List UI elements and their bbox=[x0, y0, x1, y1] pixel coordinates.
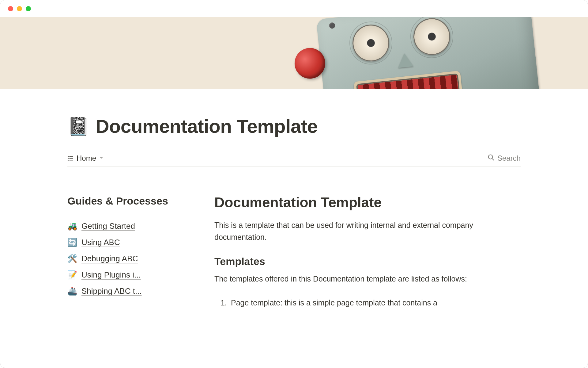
cover-image[interactable] bbox=[0, 17, 588, 89]
sidebar-item-label: Using ABC bbox=[81, 238, 120, 247]
ship-icon: 🚢 bbox=[67, 286, 77, 296]
search-label: Search bbox=[497, 154, 521, 163]
page-icon[interactable]: 📓 bbox=[67, 117, 89, 135]
sidebar-item-getting-started[interactable]: 🚜 Getting Started bbox=[67, 221, 184, 231]
svg-rect-5 bbox=[69, 160, 73, 160]
sidebar-item-shipping-abc[interactable]: 🚢 Shipping ABC t... bbox=[67, 286, 184, 296]
article-title[interactable]: Documentation Template bbox=[214, 194, 521, 211]
tools-icon: 🛠️ bbox=[67, 254, 77, 263]
maximize-window-button[interactable] bbox=[26, 6, 31, 11]
memo-icon: 📝 bbox=[67, 270, 77, 280]
app-window: 📓 Documentation Template Home Search bbox=[0, 0, 588, 368]
page-title[interactable]: Documentation Template bbox=[96, 115, 318, 137]
sidebar-divider bbox=[67, 212, 184, 212]
sidebar-list: 🚜 Getting Started 🔄 Using ABC 🛠️ Debuggi… bbox=[67, 221, 184, 296]
svg-point-4 bbox=[68, 160, 69, 161]
svg-rect-1 bbox=[69, 156, 73, 157]
sidebar-item-label: Debugging ABC bbox=[81, 254, 138, 263]
page-header: 📓 Documentation Template bbox=[67, 89, 521, 137]
search-icon bbox=[488, 154, 494, 163]
sidebar-item-using-plugins[interactable]: 📝 Using Plugins i... bbox=[67, 270, 184, 280]
search-button[interactable]: Search bbox=[488, 154, 521, 163]
close-window-button[interactable] bbox=[8, 6, 13, 11]
templates-list: Page template: this is a simple page tem… bbox=[214, 297, 521, 309]
list-view-icon bbox=[67, 155, 74, 161]
list-item[interactable]: Page template: this is a simple page tem… bbox=[229, 297, 521, 309]
view-toolbar: Home Search bbox=[67, 154, 521, 167]
svg-rect-3 bbox=[69, 158, 73, 159]
sidebar: Guides & Processes 🚜 Getting Started 🔄 U… bbox=[67, 194, 184, 309]
window-titlebar bbox=[0, 0, 588, 17]
sidebar-item-label: Using Plugins i... bbox=[81, 270, 141, 280]
section-heading-templates[interactable]: Templates bbox=[214, 255, 521, 267]
minimize-window-button[interactable] bbox=[17, 6, 22, 11]
sidebar-item-label: Shipping ABC t... bbox=[81, 286, 142, 296]
svg-line-7 bbox=[492, 159, 494, 160]
svg-point-0 bbox=[68, 156, 69, 157]
chevron-down-icon bbox=[99, 155, 104, 162]
section-intro[interactable]: The templates offered in this Documentat… bbox=[214, 273, 514, 285]
view-name: Home bbox=[77, 154, 96, 163]
cover-illustration-robot bbox=[316, 17, 541, 89]
sidebar-item-debugging-abc[interactable]: 🛠️ Debugging ABC bbox=[67, 254, 184, 263]
main-content: Documentation Template This is a templat… bbox=[214, 194, 521, 309]
view-switcher[interactable]: Home bbox=[67, 154, 104, 163]
svg-point-6 bbox=[488, 155, 493, 159]
sidebar-item-label: Getting Started bbox=[81, 221, 135, 231]
tractor-icon: 🚜 bbox=[67, 221, 77, 231]
sidebar-item-using-abc[interactable]: 🔄 Using ABC bbox=[67, 238, 184, 247]
refresh-icon: 🔄 bbox=[67, 238, 77, 247]
svg-point-2 bbox=[68, 158, 69, 159]
article-intro[interactable]: This is a template that can be used for … bbox=[214, 219, 514, 243]
sidebar-title: Guides & Processes bbox=[67, 194, 184, 208]
